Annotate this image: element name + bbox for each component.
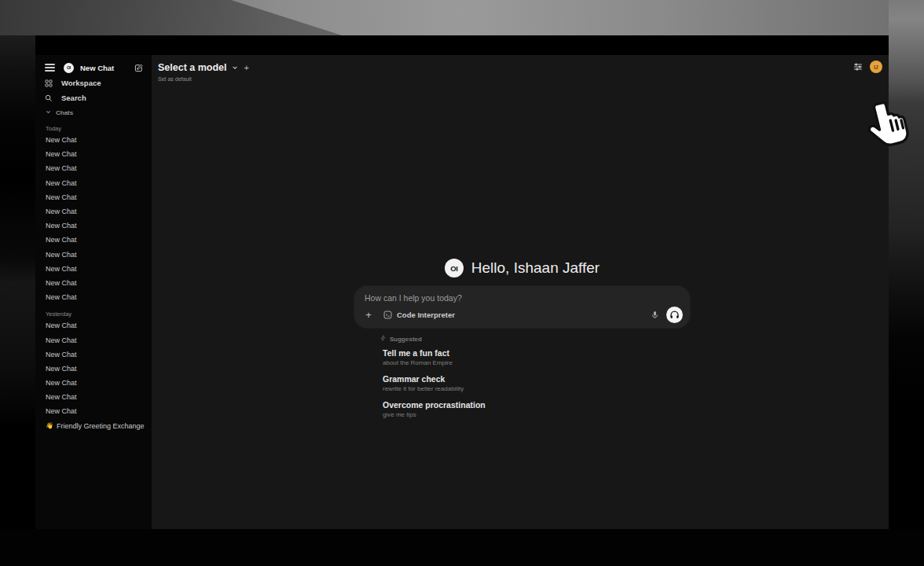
suggestion-list: Tell me a fun fact about the Roman Empir… [383,348,690,419]
chat-list-item[interactable]: New Chat [35,133,152,147]
composer-input[interactable]: How can I help you today? [365,293,462,303]
chat-item-label: New Chat [46,293,77,301]
sidebar-title: New Chat [80,64,114,72]
chats-section-label: Chats [56,109,73,116]
chat-group-label-today: Today [35,123,152,133]
suggestion-title: Grammar check [383,374,690,384]
chat-list-item[interactable]: New Chat [35,233,152,247]
chat-item-label: New Chat [46,193,77,201]
chat-list-item[interactable]: New Chat [35,390,152,404]
chat-item-label: New Chat [46,236,77,244]
chat-group-label-yesterday: Yesterday [35,309,152,318]
add-model-button[interactable]: + [244,63,249,72]
user-avatar[interactable]: IJ [870,61,882,73]
chat-list-item[interactable]: New Chat [35,347,152,362]
chat-list-today: New Chat New Chat New Chat New Chat [35,133,152,304]
sidebar: OI New Chat Wo [35,55,152,529]
suggestion-subtitle: rewrite it for better readability [383,385,690,393]
code-interpreter-label: Code Interpreter [397,311,455,319]
chat-list-item[interactable]: New Chat [35,318,152,333]
suggestion-subtitle: about the Roman Empire [383,359,690,367]
suggested-header: Suggested [380,335,690,343]
chat-item-label: New Chat [46,265,77,273]
chat-item-label: New Chat [46,279,77,287]
suggested-label: Suggested [390,336,422,343]
voice-call-button[interactable] [666,307,683,323]
chat-item-label: New Chat [46,407,77,415]
chat-item-label: New Chat [46,379,77,387]
message-composer[interactable]: How can I help you today? + Code Interpr… [354,286,690,328]
openwebui-logo-icon: OI [64,63,74,73]
search-icon [45,94,53,102]
chat-list-item[interactable]: New Chat [35,161,152,175]
chevron-down-icon [232,64,238,71]
suggestion-item[interactable]: Overcome procrastination give me tips [383,400,690,419]
desktop-background-top [0,0,924,35]
chat-item-label: New Chat [46,208,77,215]
chat-list-item[interactable]: New Chat [35,262,152,276]
chats-section-toggle[interactable]: Chats [35,108,152,116]
chat-item-label: New Chat [46,164,77,172]
suggestion-title: Tell me a fun fact [383,348,690,358]
chat-list-item[interactable]: New Chat [35,376,152,390]
new-chat-pencil-icon[interactable] [134,64,143,72]
main-area: Select a model + Set as default [152,55,889,529]
chat-item-label: New Chat [46,336,77,344]
composer-toolbar: + Code Interpreter [363,306,683,323]
chat-list-yesterday: New Chat New Chat New Chat New Chat [35,318,152,418]
chat-item-label: New Chat [46,150,77,158]
app-window: OI New Chat Wo [35,35,889,529]
chat-item-label: Friendly Greeting Exchange [57,422,145,430]
search-label: Search [61,94,86,102]
suggestion-item[interactable]: Tell me a fun fact about the Roman Empir… [383,348,690,367]
code-interpreter-toggle[interactable]: Code Interpreter [383,311,455,319]
chat-item-label: New Chat [46,322,77,329]
microphone-icon[interactable] [651,311,659,319]
sidebar-item-search[interactable]: Search [35,90,152,105]
chat-list-item[interactable]: New Chat [35,404,152,418]
chat-item-label: New Chat [46,136,77,144]
chat-list-item-friendly-greeting[interactable]: 👋 Friendly Greeting Exchange [35,419,152,433]
chat-item-label: New Chat [46,393,77,401]
chat-list-item[interactable]: New Chat [35,147,152,161]
chat-item-label: New Chat [46,351,77,358]
attach-plus-button[interactable]: + [363,310,374,320]
chat-list-item[interactable]: New Chat [35,248,152,262]
chat-list-item[interactable]: New Chat [35,362,152,376]
headphones-icon [669,310,680,320]
bolt-icon [380,335,386,343]
chat-item-label: New Chat [46,365,77,373]
set-as-default-link[interactable]: Set as default [158,76,249,82]
suggestion-item[interactable]: Grammar check rewrite it for better read… [383,374,690,393]
chat-item-label: New Chat [46,222,77,230]
chat-list-item[interactable]: New Chat [35,190,152,204]
chat-list-item[interactable]: New Chat [35,276,152,290]
workspace-grid-icon [45,79,53,87]
suggestion-subtitle: give me tips [383,411,690,419]
sidebar-item-workspace[interactable]: Workspace [35,75,152,90]
sidebar-header: OI New Chat [35,61,152,74]
chat-list-item[interactable]: New Chat [35,176,152,190]
chevron-down-icon [46,109,51,116]
desktop-background-left [0,35,35,529]
sidebar-toggle-icon[interactable] [45,64,55,72]
model-selector-block: Select a model + Set as default [158,62,249,82]
chat-list-item[interactable]: New Chat [35,290,152,304]
greeting-row: OI Hello, Ishaan Jaffer [354,256,690,280]
chat-list-item[interactable]: New Chat [35,333,152,347]
window-top-strip [35,35,889,55]
header-actions: IJ [853,61,882,73]
suggestion-title: Overcome procrastination [383,400,690,410]
code-interpreter-icon [383,311,392,319]
chat-list-item[interactable]: New Chat [35,219,152,233]
workspace-label: Workspace [61,79,101,87]
controls-sliders-icon[interactable] [853,62,863,72]
model-selector[interactable]: Select a model + [158,62,249,73]
chat-list-item[interactable]: New Chat [35,204,152,219]
chat-item-label: New Chat [46,179,77,187]
desktop-background-bottom [0,529,924,566]
greeting-text: Hello, Ishaan Jaffer [471,259,600,277]
wave-emoji-icon: 👋 [46,422,53,429]
chat-item-label: New Chat [46,251,77,259]
model-selector-label: Select a model [158,62,227,73]
